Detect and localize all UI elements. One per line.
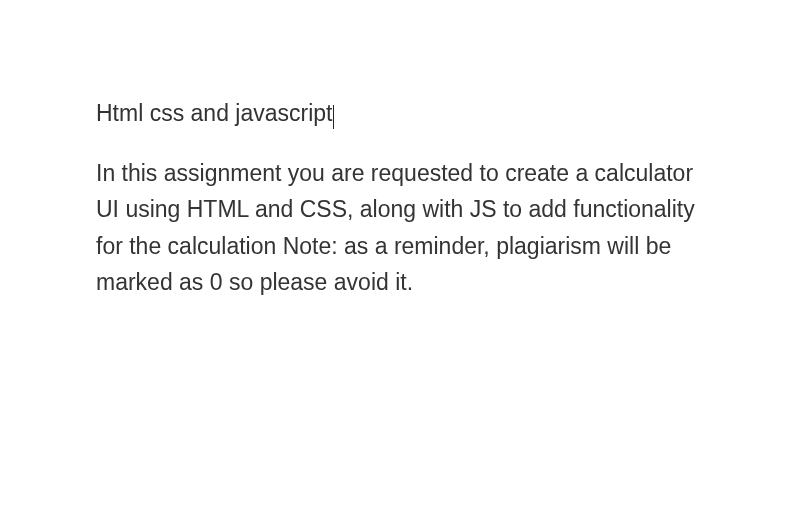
title-text-after: and javascript — [184, 100, 332, 126]
spellcheck-underline-icon — [150, 125, 185, 129]
title-misspelled-text: css — [150, 100, 185, 126]
text-cursor-icon — [333, 105, 334, 129]
document-page: Html css and javascript In this assignme… — [0, 0, 800, 300]
document-body-paragraph[interactable]: In this assignment you are requested to … — [96, 155, 704, 300]
spellcheck-flagged-word[interactable]: css — [150, 100, 185, 127]
document-title-line[interactable]: Html css and javascript — [96, 100, 334, 127]
title-text-before: Html — [96, 100, 150, 126]
